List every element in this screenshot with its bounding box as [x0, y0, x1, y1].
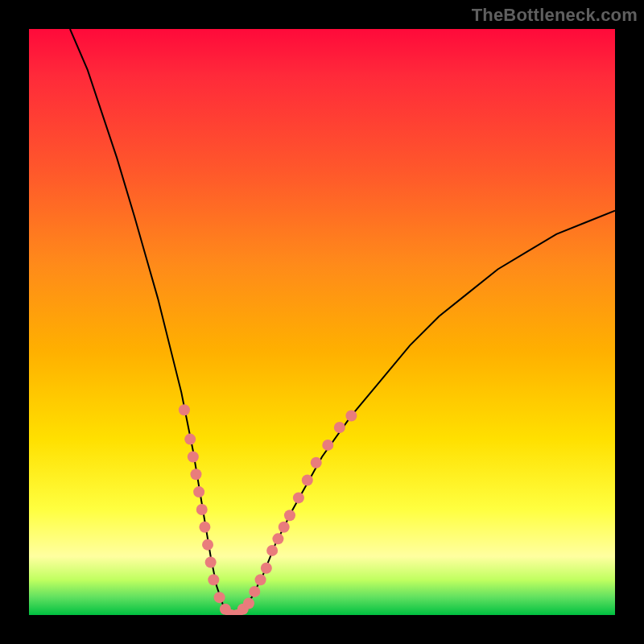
dot	[249, 586, 260, 597]
watermark-text: TheBottleneck.com	[472, 5, 638, 26]
dot	[311, 457, 322, 469]
dot	[334, 422, 345, 433]
dot	[214, 592, 225, 603]
dot	[188, 451, 199, 462]
dot	[293, 492, 304, 503]
dot	[199, 522, 210, 533]
chart-frame: TheBottleneck.com	[0, 0, 644, 644]
dot	[243, 597, 254, 609]
dot	[184, 434, 196, 445]
highlight-dots	[179, 404, 357, 615]
dot	[284, 510, 295, 521]
dot	[261, 563, 272, 574]
dot	[196, 504, 208, 515]
dot	[190, 469, 201, 480]
bottleneck-curve	[70, 29, 615, 615]
curve-layer	[29, 29, 615, 615]
dot	[179, 404, 190, 415]
plot-area	[29, 29, 615, 615]
dot	[205, 556, 217, 568]
dot	[208, 574, 219, 585]
dot	[302, 475, 313, 486]
dot	[255, 574, 266, 585]
dot	[272, 533, 283, 544]
dot	[279, 522, 290, 533]
dot	[266, 545, 278, 556]
dot	[345, 410, 357, 421]
dot	[202, 539, 213, 551]
dot	[322, 440, 333, 451]
dot	[193, 486, 204, 497]
